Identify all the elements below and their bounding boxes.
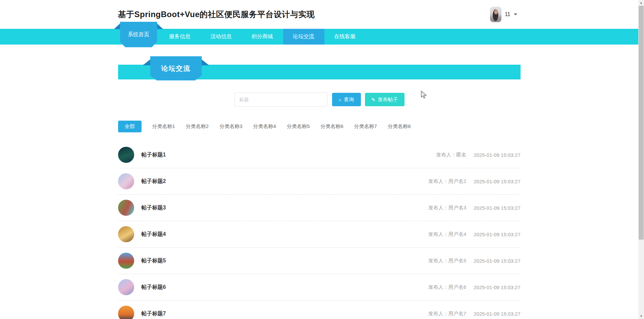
nav-tab-2[interactable]: 服务信息 <box>159 29 201 45</box>
post-avatar[interactable] <box>118 200 134 216</box>
user-menu[interactable]: 11 <box>490 7 517 22</box>
post-publisher: 发布人：用户名3 <box>428 205 466 211</box>
post-time: 2025-01-09 15:03:27 <box>474 232 520 237</box>
scrollbar-thumb[interactable] <box>639 6 644 240</box>
post-avatar[interactable] <box>118 279 134 295</box>
nav-tab-1[interactable]: 系统首页 <box>118 29 159 45</box>
main-nav: 系统首页 服务信息活动信息积分商城论坛交流在线客服 <box>0 29 638 45</box>
edit-pen-icon: ✎ <box>371 97 376 102</box>
post-time: 2025-01-09 15:03:27 <box>474 284 520 290</box>
category-filter-item[interactable]: 分类名称4 <box>253 121 276 132</box>
post-title[interactable]: 帖子标题1 <box>142 151 166 158</box>
post-time: 2025-01-09 15:03:27 <box>474 179 520 184</box>
create-post-button-label: 发布帖子 <box>378 97 398 103</box>
post-publisher: 发布人：用户名6 <box>428 284 466 291</box>
post-avatar[interactable] <box>118 173 134 189</box>
post-publisher: 发布人：用户名4 <box>428 231 466 238</box>
query-button[interactable]: ⌕ 查询 <box>332 93 361 106</box>
category-filter-item[interactable]: 分类名称1 <box>152 121 175 132</box>
post-title[interactable]: 帖子标题3 <box>142 204 166 211</box>
section-banner: 论坛交流 <box>118 65 521 79</box>
category-filter-item[interactable]: 分类名称3 <box>219 121 242 132</box>
search-bar: ⌕ 查询 ✎ 发布帖子 <box>118 92 521 107</box>
post-row[interactable]: 帖子标题4 发布人：用户名4 2025-01-09 15:03:27 <box>118 221 521 248</box>
post-meta: 发布人：用户名6 2025-01-09 15:03:27 <box>428 284 521 291</box>
query-button-label: 查询 <box>344 97 354 103</box>
post-row[interactable]: 帖子标题2 发布人：用户名2 2025-01-09 15:03:27 <box>118 168 521 195</box>
category-filter-item[interactable]: 分类名称7 <box>354 121 377 132</box>
username: 11 <box>505 11 511 17</box>
post-list: 帖子标题1 发布人：匿名 2025-01-09 15:03:27 帖子标题2 发… <box>118 142 521 319</box>
post-avatar[interactable] <box>118 226 134 242</box>
nav-tab-6[interactable]: 在线客服 <box>324 29 366 45</box>
post-row[interactable]: 帖子标题5 发布人：用户名5 2025-01-09 15:03:27 <box>118 248 521 274</box>
nav-tab-4[interactable]: 积分商城 <box>242 29 283 45</box>
category-filter-item[interactable]: 分类名称2 <box>186 121 209 132</box>
section-banner-ribbon: 论坛交流 <box>146 56 206 80</box>
post-row[interactable]: 帖子标题3 发布人：用户名3 2025-01-09 15:03:27 <box>118 195 521 221</box>
header: 基于SpringBoot+Vue的社区便民服务平台设计与实现 11 <box>0 0 638 29</box>
post-time: 2025-01-09 15:03:27 <box>474 152 520 158</box>
post-meta: 发布人：用户名4 2025-01-09 15:03:27 <box>428 231 521 238</box>
category-filter-item[interactable]: 全部 <box>118 121 142 132</box>
post-meta: 发布人：用户名5 2025-01-09 15:03:27 <box>428 258 521 264</box>
post-meta: 发布人：用户名7 2025-01-09 15:03:27 <box>428 311 521 317</box>
post-row[interactable]: 帖子标题6 发布人：用户名6 2025-01-09 15:03:27 <box>118 274 521 301</box>
nav-tab-3[interactable]: 活动信息 <box>201 29 242 45</box>
search-input[interactable] <box>234 92 327 107</box>
post-publisher: 发布人：匿名 <box>436 152 466 158</box>
post-avatar[interactable] <box>118 253 134 269</box>
post-time: 2025-01-09 15:03:27 <box>474 205 520 211</box>
post-publisher: 发布人：用户名7 <box>428 311 466 317</box>
category-filter-item[interactable]: 分类名称8 <box>388 121 411 132</box>
scrollbar-up-arrow[interactable]: ▲ <box>638 0 644 6</box>
post-title[interactable]: 帖子标题2 <box>142 178 166 185</box>
post-time: 2025-01-09 15:03:27 <box>474 258 520 264</box>
nav-tab-5[interactable]: 论坛交流 <box>283 29 324 45</box>
category-filter-item[interactable]: 分类名称5 <box>287 121 310 132</box>
post-title[interactable]: 帖子标题5 <box>142 257 166 264</box>
post-publisher: 发布人：用户名5 <box>428 258 466 264</box>
scrollbar-down-arrow[interactable]: ▼ <box>638 313 644 319</box>
avatar[interactable] <box>490 7 501 22</box>
category-filter: 全部分类名称1分类名称2分类名称3分类名称4分类名称5分类名称6分类名称7分类名… <box>118 121 521 132</box>
post-meta: 发布人：用户名3 2025-01-09 15:03:27 <box>428 205 521 211</box>
vertical-scrollbar[interactable]: ▲ ▼ <box>638 0 644 319</box>
post-row[interactable]: 帖子标题7 发布人：用户名7 2025-01-09 15:03:27 <box>118 301 521 319</box>
post-title[interactable]: 帖子标题6 <box>142 284 166 291</box>
post-publisher: 发布人：用户名2 <box>428 178 466 185</box>
category-filter-item[interactable]: 分类名称6 <box>320 121 343 132</box>
page: 基于SpringBoot+Vue的社区便民服务平台设计与实现 11 系统首页 服… <box>0 0 638 319</box>
post-avatar[interactable] <box>118 147 134 163</box>
post-row[interactable]: 帖子标题1 发布人：匿名 2025-01-09 15:03:27 <box>118 142 521 168</box>
page-title: 基于SpringBoot+Vue的社区便民服务平台设计与实现 <box>118 9 315 20</box>
post-time: 2025-01-09 15:03:27 <box>474 311 520 317</box>
post-title[interactable]: 帖子标题7 <box>142 310 166 317</box>
post-meta: 发布人：匿名 2025-01-09 15:03:27 <box>436 152 520 158</box>
chevron-down-icon[interactable] <box>514 13 517 15</box>
create-post-button[interactable]: ✎ 发布帖子 <box>365 93 405 106</box>
post-title[interactable]: 帖子标题4 <box>142 231 166 238</box>
search-icon: ⌕ <box>339 97 341 102</box>
post-meta: 发布人：用户名2 2025-01-09 15:03:27 <box>428 178 521 185</box>
section-title: 论坛交流 <box>161 64 191 73</box>
post-avatar[interactable] <box>118 306 134 319</box>
